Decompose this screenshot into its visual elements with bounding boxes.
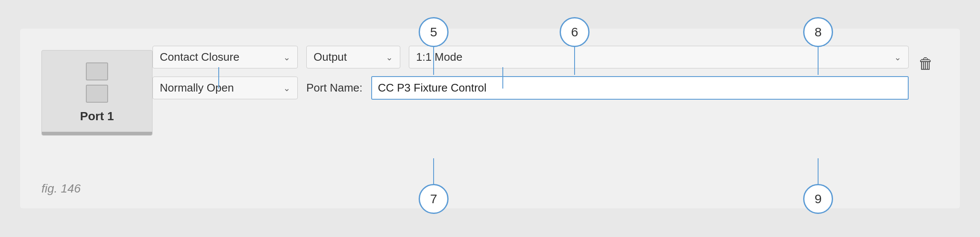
port-preview-inner: Port 1 [80, 62, 114, 123]
port-label: Port 1 [80, 110, 114, 123]
fig-label: fig. 146 [41, 182, 81, 196]
callout-9: 9 [803, 184, 833, 214]
port-box-top [86, 62, 108, 80]
callout-8: 8 [803, 17, 833, 47]
port-box-bottom [86, 85, 108, 103]
callout-7: 7 [419, 184, 449, 214]
delete-button[interactable]: 🗑 [913, 51, 939, 77]
controls-wrapper: Contact Closure ⌄ Output ⌄ 1:1 Mode ⌄ No… [153, 46, 939, 100]
contact-closure-value: Contact Closure [160, 50, 239, 64]
normally-open-value: Normally Open [160, 81, 234, 95]
mode-value: 1:1 Mode [416, 50, 462, 64]
row-2: Normally Open ⌄ Port Name: [153, 76, 909, 100]
callout-6: 6 [560, 17, 590, 47]
trash-icon: 🗑 [918, 55, 933, 73]
port-name-input[interactable] [371, 76, 909, 100]
mode-arrow: ⌄ [894, 52, 901, 62]
normally-open-dropdown[interactable]: Normally Open ⌄ [153, 77, 298, 99]
row-group: Contact Closure ⌄ Output ⌄ 1:1 Mode ⌄ No… [153, 46, 909, 100]
contact-closure-arrow: ⌄ [283, 52, 290, 62]
port-name-label: Port Name: [306, 81, 363, 95]
main-container: Port 1 Contact Closure ⌄ Output ⌄ 1:1 Mo… [20, 29, 960, 208]
port-preview-bar [42, 132, 152, 135]
delete-col: 🗑 [909, 46, 939, 77]
normally-open-arrow: ⌄ [283, 83, 290, 93]
output-dropdown[interactable]: Output ⌄ [306, 46, 400, 68]
row-1: Contact Closure ⌄ Output ⌄ 1:1 Mode ⌄ [153, 46, 909, 68]
output-value: Output [314, 50, 347, 64]
callout-5: 5 [419, 17, 449, 47]
contact-closure-dropdown[interactable]: Contact Closure ⌄ [153, 46, 298, 68]
mode-dropdown[interactable]: 1:1 Mode ⌄ [409, 46, 909, 68]
output-arrow: ⌄ [386, 52, 393, 62]
port-preview: Port 1 [41, 50, 153, 136]
